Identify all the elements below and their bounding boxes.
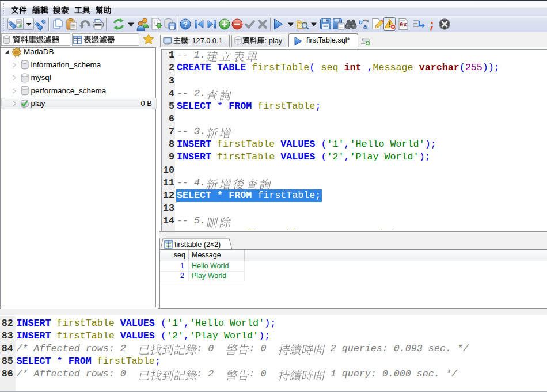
svg-text:;: ;: [428, 18, 435, 32]
svg-text:0x: 0x: [400, 21, 407, 28]
svg-text:a: a: [363, 23, 367, 30]
svg-text:b: b: [359, 18, 363, 25]
svg-text:?: ?: [183, 20, 188, 29]
